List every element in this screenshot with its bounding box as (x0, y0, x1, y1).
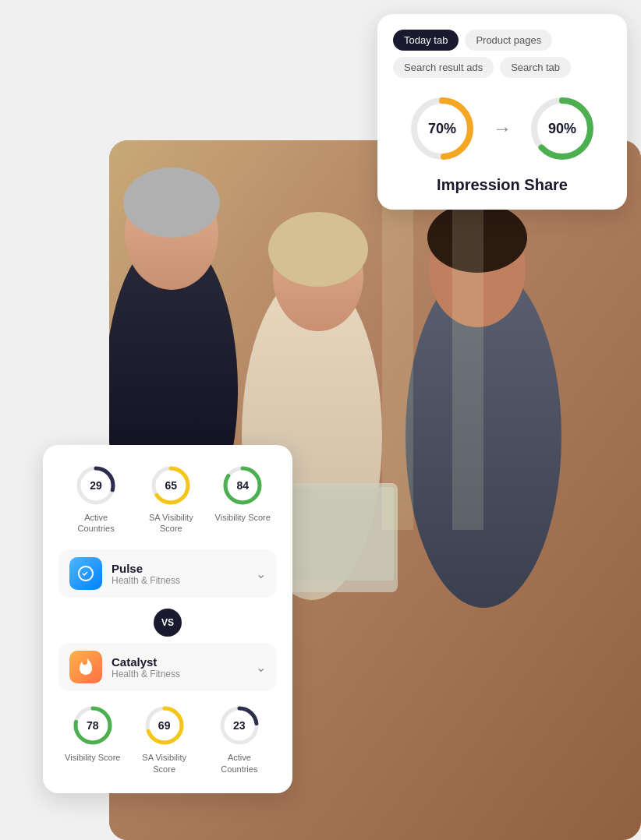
metric-value-vis-bottom: 78 (87, 719, 99, 732)
catalyst-category: Health & Fitness (112, 669, 246, 679)
metric-value-visibility-top: 84 (236, 479, 249, 492)
tab-search[interactable]: Search tab (500, 57, 571, 78)
metric-label-vis-bottom: Visibility Score (65, 752, 120, 763)
bottom-metrics-row: 78 Visibility Score 69 SA Visibility Sco… (58, 704, 277, 775)
pulse-icon (69, 557, 102, 590)
catalyst-info: Catalyst Health & Fitness (112, 655, 246, 679)
app-item-pulse[interactable]: Pulse Health & Fitness ⌄ (58, 549, 277, 598)
metric-sa-score-top: 65 SA Visibility Score (140, 464, 202, 535)
svg-point-6 (268, 212, 368, 287)
tab-today[interactable]: Today tab (393, 30, 459, 51)
metric-visibility-top: 84 Visibility Score (215, 464, 271, 535)
svg-point-3 (123, 168, 220, 238)
metric-label-sa-bottom: SA Visibility Score (133, 752, 196, 775)
top-metrics-row: 29 Active Countries 65 SA Visibility Sco… (58, 464, 277, 535)
metric-label-countries-top: Active Countries (65, 512, 127, 535)
metric-donut-countries: 29 (74, 464, 118, 507)
vs-badge: VS (154, 609, 182, 637)
impression-share-title: Impression Share (393, 176, 611, 194)
pulse-category: Health & Fitness (112, 575, 246, 586)
catalyst-icon (69, 651, 102, 683)
metric-label-visibility-top: Visibility Score (215, 512, 271, 523)
metric-donut-visibility: 84 (221, 464, 264, 507)
catalyst-name: Catalyst (112, 655, 246, 669)
tab-product-pages[interactable]: Product pages (465, 30, 552, 51)
metric-donut-vis-bottom: 78 (71, 704, 115, 747)
donut-left: 70% (407, 94, 477, 164)
catalyst-chevron[interactable]: ⌄ (256, 660, 266, 675)
metric-value-countries-top: 29 (90, 479, 102, 492)
donut-left-value: 70% (428, 121, 456, 137)
metric-value-sa-bottom: 69 (158, 719, 171, 732)
impression-share-card: Today tab Product pages Search result ad… (377, 14, 627, 210)
metric-donut-sa: 65 (149, 464, 193, 507)
charts-container: 70% → 90% (393, 94, 611, 164)
metric-sa-bottom: 69 SA Visibility Score (133, 704, 196, 775)
pulse-info: Pulse Health & Fitness (112, 562, 246, 586)
metric-visibility-bottom: 78 Visibility Score (65, 704, 120, 775)
arrow-icon: → (493, 118, 512, 139)
comparison-card: 29 Active Countries 65 SA Visibility Sco… (43, 445, 292, 793)
metric-donut-sa-bottom: 69 (143, 704, 186, 747)
tabs-container: Today tab Product pages Search result ad… (393, 30, 611, 78)
app-item-catalyst[interactable]: Catalyst Health & Fitness ⌄ (58, 643, 277, 691)
metric-label-countries-bottom: Active Countries (208, 752, 271, 775)
donut-right-value: 90% (548, 121, 576, 137)
donut-right: 90% (527, 94, 597, 164)
pulse-name: Pulse (112, 562, 246, 575)
metric-donut-countries-bottom: 23 (218, 704, 261, 747)
metric-active-countries-top: 29 Active Countries (65, 464, 127, 535)
metric-value-sa-top: 65 (165, 479, 178, 492)
pulse-chevron[interactable]: ⌄ (256, 566, 266, 581)
tab-search-result-ads[interactable]: Search result ads (393, 57, 494, 78)
metric-value-countries-bottom: 23 (233, 719, 246, 732)
metric-label-sa-top: SA Visibility Score (140, 512, 202, 535)
metric-countries-bottom: 23 Active Countries (208, 704, 271, 775)
